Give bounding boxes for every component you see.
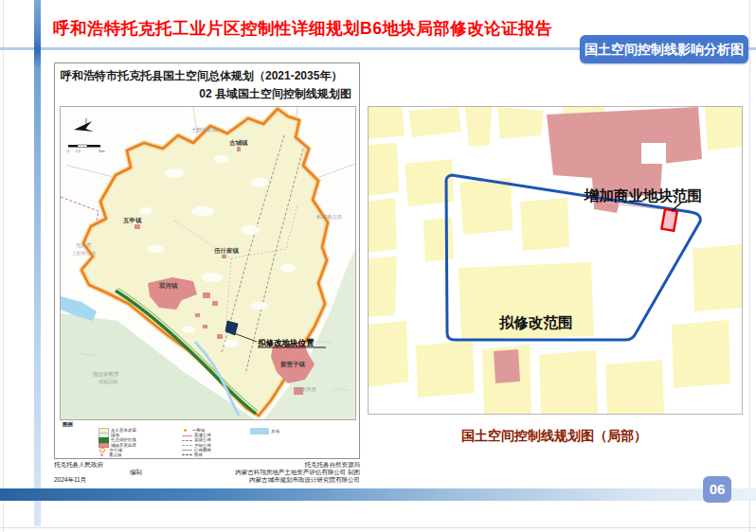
slide: 06 呼和浩特托克托工业片区控制性详细规划B6地块局部修改论证报告 国土空间控制…: [0, 0, 756, 532]
credit-line: 托克托县人民政府: [54, 461, 206, 469]
neighbor-label: 和林格尔县: [316, 214, 343, 221]
credit-line: 内蒙古科翔房地产土地资产评估有限公司 制图: [206, 469, 360, 476]
legend-label: 铁路: [194, 452, 203, 457]
section-badge: 国土空间控制线影响分析图: [580, 35, 748, 63]
compass-icon: [74, 118, 94, 132]
legend-symbol: [182, 450, 192, 451]
legend-symbol: [182, 454, 192, 455]
local-map-caption: 国土空间控制线规划图（局部）: [368, 428, 741, 445]
left-accent-bar: [34, 0, 41, 526]
scale-bar: 0 2.5 5km: [67, 145, 105, 153]
svg-text:2.5: 2.5: [76, 150, 81, 153]
legend-symbol: [182, 440, 192, 441]
county-map-title-line1: 呼和浩特市托克托县国土空间总体规划（2021-2035年）: [61, 68, 355, 84]
local-control-map-panel: 增加商业地块范围 拟修改范围: [368, 106, 743, 415]
county-map: 0 2.5 5km 土默特左旗 和林格尔县 包头市 土默特右旗 鄂尔多斯市 准格…: [60, 106, 356, 420]
legend-label: 水域: [271, 429, 279, 434]
credit-line: 编制: [54, 469, 206, 476]
town-label: 双河镇: [158, 282, 178, 290]
legend-symbol: [182, 435, 192, 436]
county-map-panel: 呼和浩特市托克托县国土空间总体规划（2021-2035年） 02 县域国土空间控…: [54, 62, 360, 459]
legend: 图例 永久基本农田 绿地 生态保护红线 城镇开发边界 中心城 重点镇 一般镇 高…: [61, 421, 355, 457]
local-map-svg: 增加商业地块范围 拟修改范围: [369, 107, 742, 414]
legend-symbol: [100, 453, 103, 456]
town-label: 新营子镇: [280, 361, 306, 368]
town-label: 古城镇: [228, 139, 248, 147]
map-credits-right: 托克托县自然资源局 内蒙古科翔房地产土地资产评估有限公司 制图 内蒙古城市规划市…: [206, 461, 360, 484]
legend-col-lines: 一般镇 高速公路 县级公路 乡镇公路 公路网络 铁路: [182, 428, 211, 457]
map-credits-left: 托克托县人民政府 编制 2024年11月: [54, 461, 206, 484]
slide-right-edge: [749, 0, 750, 532]
added-block-label: 增加商业地块范围: [584, 187, 702, 204]
legend-col-areas: 永久基本农田 绿地 生态保护红线 城镇开发边界 中心城 重点镇: [99, 428, 136, 457]
slide-bottom-edge: [0, 527, 756, 528]
page-number-badge: 06: [703, 476, 731, 503]
legend-swatch: [250, 428, 269, 434]
neighbor-label: 准格尔旗: [99, 379, 117, 385]
legend-symbol: [182, 445, 192, 446]
modified-block-label: 拟修改地块位置: [257, 338, 315, 347]
legend-title: 图例: [63, 421, 73, 428]
credit-line: 托克托县自然资源局: [206, 461, 360, 469]
neighbor-label: 土默特左旗: [191, 127, 218, 133]
svg-text:5km: 5km: [99, 150, 105, 153]
legend-symbol: [184, 429, 187, 432]
scope-label: 拟修改范围: [498, 314, 573, 331]
town-label: 五申镇: [122, 217, 142, 224]
page-title: 呼和浩特托克托工业片区控制性详细规划B6地块局部修改论证报告: [53, 17, 584, 40]
slide-left-edge: [3, 0, 4, 532]
credit-line: 2024年11月: [54, 476, 206, 484]
svg-text:0: 0: [67, 150, 69, 153]
legend-col-water: 水域: [250, 428, 279, 433]
added-commercial-block: [661, 209, 676, 231]
neighbor-label: 土默特右旗: [72, 250, 96, 257]
neighbor-label: 包头市: [76, 242, 92, 248]
neighbor-label: 鄂尔多斯市: [93, 371, 119, 378]
town-label: 伍什家镇: [213, 247, 240, 255]
county-map-svg: 0 2.5 5km 土默特左旗 和林格尔县 包头市 土默特右旗 鄂尔多斯市 准格…: [61, 107, 355, 419]
credit-line: 内蒙古城市规划市政设计研究院有限公司: [206, 476, 360, 484]
neighbor-label: 清水河县: [296, 386, 317, 393]
legend-label: 重点镇: [109, 452, 122, 457]
county-map-title-line2: 02 县域国土空间控制线规划图: [61, 86, 351, 102]
footer-accent-band: [0, 488, 756, 501]
